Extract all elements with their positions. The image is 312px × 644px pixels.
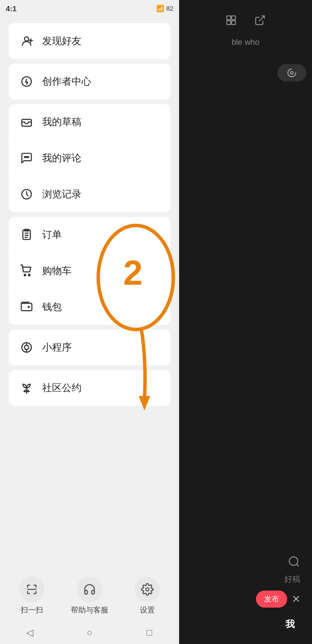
status-bar: 4:1 📶 82 bbox=[0, 0, 179, 17]
nav-btn-recent[interactable]: □ bbox=[141, 624, 158, 641]
svg-line-30 bbox=[259, 16, 264, 21]
menu-label-community-rules: 社区公约 bbox=[42, 381, 81, 395]
svg-point-0 bbox=[25, 37, 29, 41]
rp-camera-btn[interactable] bbox=[277, 64, 306, 82]
menu-item-community-rules[interactable]: 社区公约 bbox=[9, 370, 170, 406]
menu-label-my-comments: 我的评论 bbox=[42, 151, 81, 165]
status-icons: 📶 82 bbox=[156, 5, 173, 12]
menu-group-group3: 我的草稿我的评论浏览记录 bbox=[9, 104, 170, 212]
status-time: 4:1 bbox=[6, 4, 17, 13]
bottom-toolbar: 扫一扫帮助与客服设置 bbox=[0, 571, 179, 621]
plant-icon bbox=[19, 380, 34, 395]
menu-item-find-friends[interactable]: 发现好友 bbox=[9, 23, 170, 59]
menu-item-wallet[interactable]: 钱包 bbox=[9, 289, 170, 325]
right-panel: ble who 好稿 发布 ✕ 我 bbox=[179, 0, 312, 644]
rp-external-icon[interactable] bbox=[251, 12, 269, 29]
menu-label-find-friends: 发现好友 bbox=[42, 34, 81, 48]
svg-point-15 bbox=[24, 274, 26, 276]
svg-rect-29 bbox=[232, 21, 235, 25]
menu-item-creator-center[interactable]: 创作者中心 bbox=[9, 64, 170, 99]
menu-item-mini-programs[interactable]: 小程序 bbox=[9, 330, 170, 365]
rp-tab-bar: 我 bbox=[185, 610, 306, 638]
menu-item-shopping-cart[interactable]: 购物车 bbox=[9, 253, 170, 289]
rp-publish-button[interactable]: 发布 bbox=[256, 591, 287, 608]
svg-rect-17 bbox=[21, 303, 32, 311]
bottom-btn-settings[interactable]: 设置 bbox=[135, 577, 160, 615]
menu-group-group1: 发现好友 bbox=[9, 23, 170, 59]
svg-point-22 bbox=[146, 588, 149, 591]
svg-line-33 bbox=[297, 564, 299, 567]
svg-point-7 bbox=[28, 157, 29, 158]
svg-point-31 bbox=[291, 72, 293, 74]
nav-bar: ◁○□ bbox=[0, 621, 179, 644]
menu-label-my-drafts: 我的草稿 bbox=[42, 115, 81, 129]
inbox-icon bbox=[19, 114, 34, 129]
scan-icon bbox=[19, 577, 44, 602]
menu-group-group6: 社区公约 bbox=[9, 370, 170, 406]
bottom-btn-label-help: 帮助与客服 bbox=[71, 605, 108, 615]
menu-item-my-drafts[interactable]: 我的草稿 bbox=[9, 104, 170, 140]
menu-label-shopping-cart: 购物车 bbox=[42, 264, 72, 277]
rp-bottom-section: 好稿 发布 ✕ 我 bbox=[179, 547, 312, 644]
menu-label-creator-center: 创作者中心 bbox=[42, 75, 91, 88]
battery-icon: 82 bbox=[166, 5, 173, 12]
svg-rect-27 bbox=[232, 16, 235, 20]
rp-close-button[interactable]: ✕ bbox=[292, 593, 300, 605]
menu-group-group2: 创作者中心 bbox=[9, 64, 170, 99]
menu-label-wallet: 钱包 bbox=[42, 300, 62, 314]
menu-area: 发现好友创作者中心我的草稿我的评论浏览记录订单购物车钱包小程序社区公约 bbox=[0, 17, 179, 621]
menu-group-group5: 小程序 bbox=[9, 330, 170, 365]
bottom-btn-scan[interactable]: 扫一扫 bbox=[19, 577, 44, 615]
svg-point-5 bbox=[25, 157, 26, 158]
menu-group-group4: 订单购物车钱包 bbox=[9, 217, 170, 325]
svg-point-16 bbox=[28, 274, 30, 276]
nav-btn-back[interactable]: ◁ bbox=[21, 624, 38, 641]
settings-icon bbox=[135, 577, 160, 602]
menu-label-orders: 订单 bbox=[42, 228, 62, 241]
menu-label-mini-programs: 小程序 bbox=[42, 341, 72, 354]
menu-item-browse-history[interactable]: 浏览记录 bbox=[9, 176, 170, 212]
headphones-icon bbox=[77, 577, 102, 602]
svg-rect-28 bbox=[227, 21, 231, 25]
rp-subtitle: ble who bbox=[226, 35, 265, 50]
menu-label-browse-history: 浏览记录 bbox=[42, 188, 81, 201]
svg-rect-4 bbox=[22, 119, 31, 126]
bottom-btn-label-settings: 设置 bbox=[140, 605, 155, 615]
svg-point-32 bbox=[289, 557, 298, 565]
lightning-icon bbox=[19, 74, 34, 89]
bottom-btn-label-scan: 扫一扫 bbox=[21, 605, 43, 615]
rp-search-row bbox=[185, 552, 306, 571]
bottom-btn-help[interactable]: 帮助与客服 bbox=[71, 577, 108, 615]
clipboard-icon bbox=[19, 227, 34, 242]
link-icon bbox=[19, 340, 34, 355]
menu-item-my-comments[interactable]: 我的评论 bbox=[9, 140, 170, 176]
rp-tab-me[interactable]: 我 bbox=[280, 615, 300, 634]
user-plus-icon bbox=[19, 34, 34, 49]
right-panel-top-icons bbox=[217, 6, 274, 35]
nav-btn-home[interactable]: ○ bbox=[81, 624, 98, 641]
rp-split-icon[interactable] bbox=[222, 12, 240, 29]
wallet-icon bbox=[19, 299, 34, 314]
clock-icon bbox=[19, 187, 34, 202]
message-circle-icon bbox=[19, 151, 34, 166]
shopping-cart-icon bbox=[19, 263, 34, 278]
svg-point-6 bbox=[26, 157, 27, 158]
rp-publish-bar: 发布 ✕ bbox=[185, 588, 306, 610]
signal-icon: 📶 bbox=[156, 5, 164, 12]
svg-rect-26 bbox=[227, 16, 231, 20]
menu-item-orders[interactable]: 订单 bbox=[9, 217, 170, 253]
